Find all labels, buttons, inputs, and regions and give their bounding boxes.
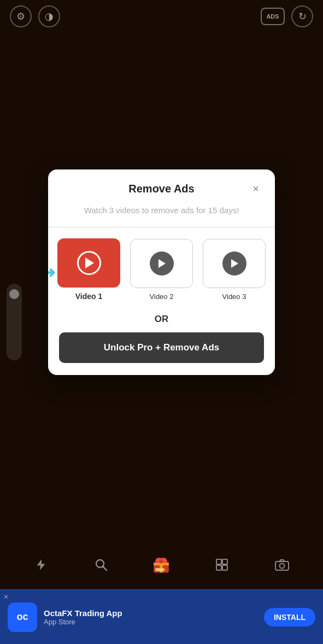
play-button-2: [150, 251, 174, 276]
arrow-indicator: ➜: [48, 264, 55, 282]
video-item-2: Video 2: [130, 239, 193, 301]
left-slider[interactable]: [7, 284, 22, 360]
app-background: ⚙ ◑ ADS ↻: [0, 0, 323, 644]
play-button-1: [77, 251, 101, 275]
modal-divider: [48, 227, 275, 227]
play-button-3: [222, 251, 246, 276]
svg-rect-11: [216, 559, 221, 564]
ad-install-button[interactable]: INSTALL: [264, 608, 315, 627]
play-triangle-2: [158, 259, 166, 268]
refresh-icon[interactable]: ↻: [291, 5, 313, 27]
play-triangle-1: [85, 257, 94, 268]
play-triangle-3: [231, 259, 238, 268]
remove-ads-modal: Remove Ads × Watch 3 videos to remove ad…: [48, 169, 275, 375]
svg-point-16: [279, 564, 284, 569]
grid-icon[interactable]: [210, 553, 234, 577]
gift-icon[interactable]: FREE: [149, 553, 173, 577]
video-label-1: Video 1: [75, 292, 103, 301]
settings-icon[interactable]: ⚙: [10, 5, 32, 27]
svg-rect-13: [216, 565, 221, 570]
video-label-2: Video 2: [150, 292, 174, 301]
modal-header: Remove Ads ×: [48, 169, 275, 197]
ad-text: OctaFX Trading App App Store: [44, 608, 257, 626]
video-row: ➜ Video 1 Video 2: [48, 238, 275, 306]
search-icon[interactable]: [89, 553, 113, 577]
top-right-icons: ADS ↻: [261, 5, 313, 27]
video-thumb-2[interactable]: [130, 239, 193, 288]
top-left-icons: ⚙ ◑: [10, 5, 60, 27]
modal-subtitle: Watch 3 videos to remove ads for 15 days…: [48, 197, 275, 227]
top-bar: ⚙ ◑ ADS ↻: [0, 0, 323, 33]
video-item-1: Video 1: [57, 238, 120, 301]
ad-app-icon: oc: [8, 602, 37, 632]
svg-point-8: [160, 560, 163, 563]
ad-subtitle: App Store: [44, 618, 257, 626]
svg-rect-15: [275, 561, 289, 570]
ad-title: OctaFX Trading App: [44, 608, 257, 618]
ad-close-button[interactable]: ✕: [3, 593, 9, 601]
camera-icon[interactable]: [270, 553, 294, 577]
modal-title: Remove Ads: [75, 183, 248, 195]
svg-rect-12: [222, 559, 227, 564]
unlock-pro-button[interactable]: Unlock Pro + Remove Ads: [59, 332, 264, 363]
modal-close-button[interactable]: ×: [248, 180, 264, 197]
ad-banner: ✕ oc OctaFX Trading App App Store INSTAL…: [0, 589, 323, 644]
svg-text:FREE: FREE: [156, 568, 164, 571]
contrast-icon[interactable]: ◑: [38, 5, 60, 27]
ads-icon[interactable]: ADS: [261, 8, 285, 25]
video-item-3: Video 3: [203, 239, 266, 301]
svg-line-1: [103, 567, 107, 571]
lightning-icon[interactable]: [29, 553, 53, 577]
slider-knob: [9, 289, 19, 299]
video-label-3: Video 3: [222, 292, 246, 301]
video-thumb-1[interactable]: [57, 238, 120, 288]
video-thumb-3[interactable]: [203, 239, 266, 288]
bottom-toolbar: FREE: [0, 546, 323, 584]
or-divider: OR: [48, 306, 275, 332]
svg-rect-14: [222, 565, 227, 570]
